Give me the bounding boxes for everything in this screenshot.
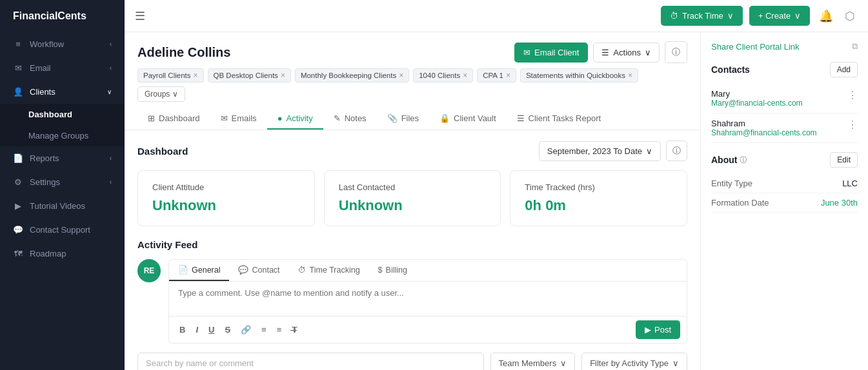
create-label: + Create [758, 11, 791, 21]
contact-menu-button[interactable]: ⋮ [847, 89, 858, 101]
groups-label: Groups [145, 90, 170, 99]
contact-menu-button[interactable]: ⋮ [847, 119, 858, 131]
tag-remove-icon[interactable]: × [281, 71, 285, 80]
tab-activity[interactable]: ● Activity [267, 108, 323, 130]
activity-input-area: RE 📄 General 💬 Contact [137, 259, 687, 344]
tags-row: Payroll Clients × QB Desktop Clients × M… [137, 68, 687, 102]
strikethrough-button[interactable]: S [221, 322, 234, 337]
about-row-entity: Entity Type LLC [711, 174, 858, 193]
groups-button[interactable]: Groups ∨ [137, 86, 185, 102]
about-info-icon: ⓘ [740, 155, 747, 165]
tab-client-tasks-report[interactable]: ☰ Client Tasks Report [507, 108, 611, 130]
italic-button[interactable]: I [192, 322, 202, 337]
sidebar-item-settings[interactable]: ⚙ Settings ‹ [0, 170, 125, 194]
tab-files[interactable]: 📎 Files [377, 108, 429, 130]
tab-client-vault[interactable]: 🔒 Client Vault [429, 108, 507, 130]
clear-format-button[interactable]: T̶ [288, 322, 301, 337]
contact-email[interactable]: Shahram@financial-cents.com [711, 128, 817, 137]
topbar-left: ☰ [135, 9, 145, 23]
stat-value: Unknown [339, 197, 487, 214]
post-button[interactable]: ▶ Post [636, 320, 680, 339]
dashboard-section: Dashboard September, 2023 To Date ∨ ⓘ Cl… [125, 130, 700, 370]
activity-tab-label: General [192, 266, 220, 275]
tag-remove-icon[interactable]: × [194, 71, 198, 80]
sidebar-item-label: Workflow [30, 39, 64, 49]
about-edit-button[interactable]: Edit [830, 152, 858, 168]
about-value: LLC [842, 179, 858, 188]
settings-icon: ⚙ [13, 177, 23, 187]
notifications-button[interactable]: 🔔 [816, 6, 836, 26]
user-avatar: RE [137, 259, 161, 282]
sidebar-item-contact-support[interactable]: 💬 Contact Support [0, 218, 125, 242]
contact-email[interactable]: Mary@financial-cents.com [711, 99, 803, 108]
sidebar-item-tutorial-videos[interactable]: ▶ Tutorial Videos [0, 194, 125, 218]
activity-type-filter[interactable]: Filter by Activity Type ∨ [581, 353, 687, 370]
team-members-filter[interactable]: Team Members ∨ [490, 353, 576, 370]
tag-qb-desktop: QB Desktop Clients × [208, 68, 291, 83]
activity-feed-section: Activity Feed RE 📄 General 💬 [137, 239, 687, 370]
chevron-down-icon: ∨ [645, 48, 651, 57]
activity-tab-icon: ● [278, 113, 283, 123]
create-button[interactable]: + Create ∨ [749, 6, 810, 26]
topbar: ☰ ⏱ Track Time ∨ + Create ∨ 🔔 ⬡ [125, 0, 868, 32]
stat-card-last-contacted: Last Contacted Unknown [324, 170, 501, 226]
tab-dashboard[interactable]: ⊞ Dashboard [137, 108, 210, 130]
tag-1040: 1040 Clients × [413, 68, 473, 83]
date-range-button[interactable]: September, 2023 To Date ∨ [539, 141, 661, 161]
add-contact-button[interactable]: Add [830, 62, 858, 77]
tag-label: Payroll Clients [143, 72, 191, 79]
underline-button[interactable]: U [205, 322, 218, 337]
sidebar-sub-item-manage-groups[interactable]: Manage Groups [0, 125, 125, 146]
sidebar-item-workflow[interactable]: ≡ Workflow ‹ [0, 32, 125, 56]
logout-button[interactable]: ⬡ [842, 6, 858, 26]
tab-notes[interactable]: ✎ Notes [323, 108, 377, 130]
email-client-label: Email Client [534, 48, 579, 57]
activity-comment-input[interactable] [169, 282, 687, 314]
menu-icon[interactable]: ☰ [135, 9, 145, 23]
info-button[interactable]: ⓘ [665, 41, 687, 63]
about-label: Entity Type [711, 179, 752, 188]
activity-toolbar: B I U S 🔗 ≡ ≡ T̶ ▶ [169, 316, 687, 343]
portal-link[interactable]: Share Client Portal Link ⧉ [711, 41, 858, 52]
tab-label: Activity [286, 113, 312, 123]
tab-label: Dashboard [159, 113, 200, 123]
tag-remove-icon[interactable]: × [399, 71, 403, 80]
tag-remove-icon[interactable]: × [463, 71, 467, 80]
activity-tab-time-tracking[interactable]: ⏱ Time Tracking [289, 260, 369, 281]
dashboard-info-button[interactable]: ⓘ [666, 141, 687, 161]
sidebar-sub-item-dashboard[interactable]: Dashboard [0, 104, 125, 125]
format-buttons: B I U S 🔗 ≡ ≡ T̶ [176, 322, 301, 337]
sidebar-item-email[interactable]: ✉ Email ‹ [0, 56, 125, 80]
sidebar-item-clients[interactable]: 👤 Clients ∨ [0, 80, 125, 104]
about-title-text: About [711, 155, 737, 165]
sidebar-item-label: Clients [30, 87, 56, 97]
activity-tab-billing[interactable]: $ Billing [369, 260, 416, 281]
clients-submenu: Dashboard Manage Groups [0, 104, 125, 146]
bold-button[interactable]: B [176, 322, 189, 337]
search-input[interactable] [137, 353, 484, 370]
activity-tab-general[interactable]: 📄 General [169, 260, 229, 281]
tab-label: Client Tasks Report [529, 113, 601, 123]
tag-remove-icon[interactable]: × [506, 71, 510, 80]
actions-button[interactable]: ☰ Actions ∨ [593, 43, 660, 63]
sidebar-item-reports[interactable]: 📄 Reports ‹ [0, 146, 125, 170]
stats-row: Client Attitude Unknown Last Contacted U… [137, 170, 687, 226]
tag-label: Statements within Quickbooks [526, 72, 625, 79]
email-client-button[interactable]: ✉ Email Client [514, 43, 588, 63]
about-header: About ⓘ Edit [711, 152, 858, 168]
unordered-list-button[interactable]: ≡ [273, 322, 286, 337]
app-logo: FinancialCents [0, 0, 125, 32]
tag-remove-icon[interactable]: × [628, 71, 632, 80]
track-time-button[interactable]: ⏱ Track Time ∨ [661, 6, 743, 26]
tag-monthly: Monthly Bookkeeping Clients × [295, 68, 409, 83]
sidebar-nav: ≡ Workflow ‹ ✉ Email ‹ 👤 Clients ∨ Dashb… [0, 32, 125, 370]
ordered-list-button[interactable]: ≡ [257, 322, 270, 337]
team-members-label: Team Members [499, 358, 557, 368]
sidebar-item-roadmap[interactable]: 🗺 Roadmap [0, 242, 125, 266]
stat-value: Unknown [152, 197, 300, 214]
client-name: Adeline Collins [137, 45, 230, 60]
link-button[interactable]: 🔗 [237, 322, 255, 337]
tab-emails[interactable]: ✉ Emails [210, 108, 267, 130]
files-tab-icon: 📎 [387, 113, 398, 123]
activity-tab-contact[interactable]: 💬 Contact [229, 260, 288, 281]
